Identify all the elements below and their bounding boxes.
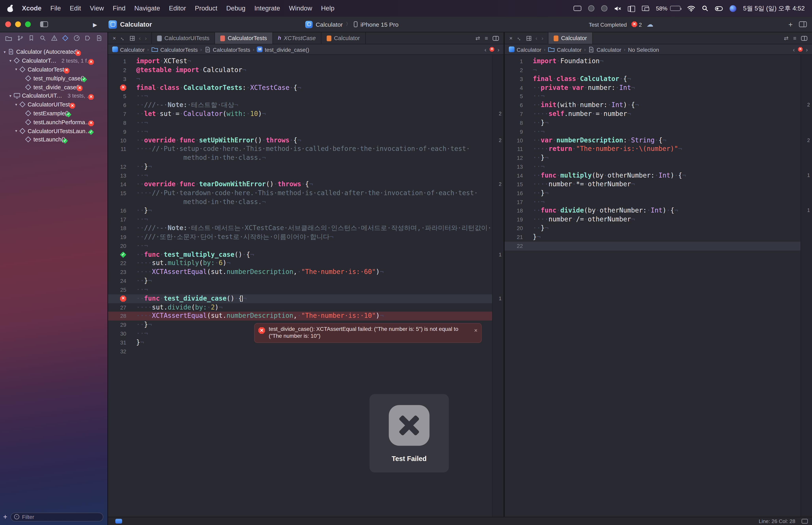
test-navigator-row[interactable]: test_divide_case()✕ (0, 82, 107, 91)
test-status-badge-fail[interactable]: ✕ (88, 59, 94, 65)
editor-tab[interactable]: Calculator (321, 32, 366, 44)
coverage-count[interactable]: 2 (499, 136, 502, 145)
breadcrumb-item[interactable]: Mtest_divide_case() (257, 46, 309, 52)
menu-xcode[interactable]: Xcode (22, 5, 42, 12)
code-line[interactable]: 2¬ (505, 66, 800, 75)
split-editor-icon[interactable] (493, 36, 499, 41)
code-line[interactable]: 5··¬ (505, 92, 800, 101)
code-line[interactable]: method·in·the·class.¬ (108, 197, 492, 206)
minimap-icon[interactable]: ≡ (793, 35, 796, 41)
add-editor-plus-icon[interactable]: + (788, 20, 793, 28)
control-center-icon[interactable] (715, 6, 723, 11)
code-line[interactable]: 22 (505, 242, 800, 251)
coverage-count[interactable]: 1 (499, 251, 502, 259)
test-result-gutter-icon[interactable]: ✓ (120, 252, 126, 258)
test-navigator-row[interactable]: ▾CalculatorTests✕ (0, 65, 107, 74)
code-line[interactable]: 13··¬ (108, 171, 492, 180)
code-line[interactable]: 24··}¬ (108, 277, 492, 286)
code-line[interactable]: 8··}¬ (505, 119, 800, 127)
navigator-toggle-icon[interactable] (40, 21, 48, 27)
code-line[interactable]: 14··override·func·tearDownWithError()·th… (108, 180, 492, 189)
disclosure-triangle-icon[interactable]: ▾ (8, 93, 13, 98)
project-navigator-icon[interactable] (5, 35, 12, 41)
code-line[interactable]: 18··///·-·Note:·테스트·메서드는·XCTestCase·서브클래… (108, 224, 492, 233)
code-line[interactable]: 7··let·sut·=·Calculator(with:·10)¬ (108, 110, 492, 119)
back-history-icon[interactable]: ‹ (139, 35, 141, 41)
code-line[interactable]: 28····XCTAssertEqual(sut.numberDescripti… (108, 312, 492, 321)
test-navigator-row[interactable]: ▾CalculatorUITestsLaunch...✓ (0, 126, 107, 135)
menu-debug[interactable]: Debug (226, 5, 245, 12)
test-navigator-row[interactable]: ▾Calculator (Autocreated)✕ (0, 47, 107, 56)
test-navigator-row[interactable]: test_multiply_case()✓ (0, 74, 107, 82)
code-line[interactable]: 14··func·multiply(by·otherNumber:·Int)·{… (505, 171, 800, 180)
close-window-button[interactable] (5, 21, 11, 27)
tests-navigator-icon[interactable] (62, 35, 68, 41)
breakpoints-toggle-icon[interactable] (115, 519, 122, 524)
menu-product[interactable]: Product (195, 5, 217, 12)
code-line[interactable]: 17··¬ (108, 215, 492, 224)
test-navigator-row[interactable]: ▾CalculatorUITests✕ (0, 100, 107, 109)
code-line[interactable]: 1import·Foundation¬ (505, 57, 800, 66)
back-history-icon[interactable]: ‹ (536, 35, 537, 41)
editor-layout-icon[interactable] (799, 21, 807, 27)
next-issue-icon[interactable]: › (806, 46, 808, 52)
previous-issue-icon[interactable]: ‹ (793, 46, 795, 52)
menubar-clock[interactable]: 5월 5일 (일) 오후 4:52 (743, 4, 805, 13)
code-line[interactable]: 22····sut.multiply(by:·6)¬ (108, 259, 492, 268)
app-circle-icon[interactable] (588, 5, 594, 12)
code-line[interactable]: ✕final·class·CalculatorTests:·XCTestCase… (108, 83, 492, 92)
bookmarks-navigator-icon[interactable] (28, 35, 34, 41)
add-test-plan-button[interactable]: + (3, 513, 7, 521)
scheme-selector[interactable]: Calculator 〉 iPhone 15 Pro (305, 20, 398, 28)
breadcrumb-item[interactable]: No Selection (628, 46, 659, 52)
code-line[interactable]: 3¬ (108, 74, 492, 83)
test-result-gutter-icon[interactable]: ✕ (120, 296, 126, 302)
menu-navigate[interactable]: Navigate (134, 5, 160, 12)
code-line[interactable]: 16··}¬ (108, 206, 492, 215)
code-line[interactable]: 16··}¬ (505, 189, 800, 198)
split-editor-icon[interactable] (801, 36, 808, 41)
coverage-count[interactable]: 2 (807, 101, 810, 110)
run-destination-name[interactable]: iPhone 15 Pro (361, 21, 399, 28)
editor-tab[interactable]: CalculatorUITests (152, 32, 215, 44)
issue-dot-icon[interactable]: ✕ (490, 47, 494, 52)
disclosure-triangle-icon[interactable]: ▾ (14, 102, 19, 107)
expand-editor-icon[interactable]: ↔ (516, 34, 524, 42)
related-items-icon[interactable] (130, 36, 135, 41)
breadcrumb-item[interactable]: Calculator (509, 46, 541, 52)
coverage-count[interactable]: 2 (807, 136, 810, 145)
code-line[interactable]: 11····return·"The·number·is:·\(number)"¬ (505, 145, 800, 154)
forward-history-icon[interactable]: › (541, 35, 543, 41)
disclosure-triangle-icon[interactable]: ▾ (8, 58, 13, 63)
code-line[interactable]: 6··///·-·Note:·테스트할·대상¬ (108, 101, 492, 110)
test-result-gutter-icon[interactable]: ✕ (120, 85, 126, 91)
code-line[interactable]: 32 (108, 347, 492, 356)
coverage-count[interactable]: 2 (499, 110, 502, 119)
code-line[interactable]: 20··}¬ (505, 224, 800, 233)
forward-history-icon[interactable]: › (145, 35, 147, 41)
code-line[interactable]: 7····self.number·=·number¬ (505, 110, 800, 119)
code-line[interactable]: 15····number·*=·otherNumber¬ (505, 180, 800, 189)
test-status-badge-fail[interactable]: ✕ (88, 120, 94, 126)
wifi-icon[interactable] (687, 5, 695, 11)
spotlight-icon[interactable] (702, 5, 708, 12)
editor-tab[interactable]: Calculator (549, 32, 593, 44)
menu-find[interactable]: Find (113, 5, 125, 12)
cloud-status-icon[interactable]: ☁ (646, 20, 653, 28)
menu-file[interactable]: File (50, 5, 61, 12)
breadcrumb-item[interactable]: CalculatorTests (151, 46, 198, 52)
code-line[interactable]: 21}¬ (505, 233, 800, 242)
breakpoints-navigator-icon[interactable] (85, 35, 91, 41)
previous-issue-icon[interactable]: ‹ (485, 46, 486, 52)
code-line[interactable]: 25··¬ (108, 285, 492, 294)
close-editor-icon[interactable]: × (113, 35, 116, 41)
menu-window[interactable]: Window (289, 5, 312, 12)
editor-tab[interactable]: hXCTestCase (273, 32, 321, 44)
code-line[interactable]: 19··///·또한·소문자·단어·test로·시작하는·이름이어야·합니다¬ (108, 233, 492, 242)
test-status-badge-fail[interactable]: ✕ (70, 103, 75, 109)
breadcrumb-item[interactable]: CalculatorTests (204, 46, 250, 52)
coverage-count[interactable]: 1 (807, 171, 810, 180)
code-line[interactable]: 23····XCTAssertEqual(sut.numberDescripti… (108, 268, 492, 277)
disclosure-triangle-icon[interactable]: ▾ (2, 49, 7, 54)
reports-navigator-icon[interactable] (96, 35, 102, 41)
